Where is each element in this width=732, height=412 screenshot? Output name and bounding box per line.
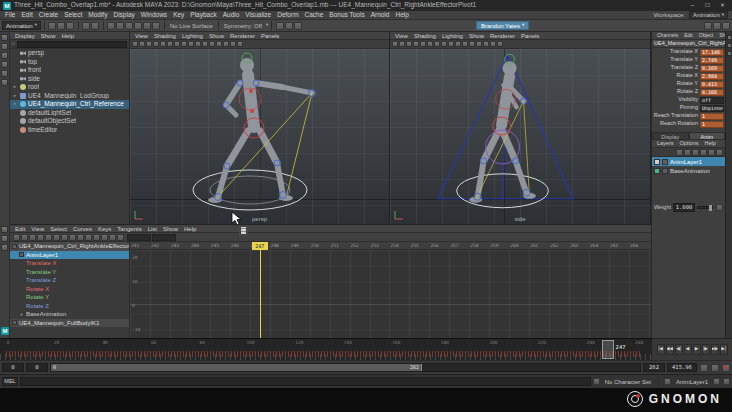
channel-value-field[interactable]: 0.413 [700, 81, 724, 88]
outliner-item-front[interactable]: front [10, 66, 129, 75]
time-slider[interactable]: 247 020406080100120140160180200220240260 [0, 338, 652, 360]
viewport-menu-panels[interactable]: Panels [258, 33, 282, 39]
viewport-menu-show[interactable]: Show [466, 33, 487, 39]
viewport-menu-show[interactable]: Show [206, 33, 227, 39]
expand-arrow-icon[interactable]: ▸ [12, 102, 18, 107]
viewport-menu-view[interactable]: View [132, 33, 151, 39]
weight-slider[interactable] [697, 206, 713, 209]
graph-stat-field[interactable] [127, 234, 151, 241]
channelbox-menu-channels[interactable]: Channels [654, 33, 681, 38]
animation-end-field[interactable]: 415.96 [667, 363, 697, 372]
character-set-status[interactable]: No Character Set [603, 379, 653, 385]
layer-mute-icon[interactable] [654, 159, 660, 165]
render-view-icon[interactable] [276, 22, 284, 30]
layer-menu-options[interactable]: Options [677, 141, 702, 147]
graph-toolbar-icon[interactable] [69, 234, 76, 241]
menu-edit[interactable]: Edit [18, 12, 35, 19]
weight-field[interactable]: 1.000 [673, 203, 695, 212]
channel-value-field[interactable]: 1 [700, 121, 724, 128]
time-slider-playhead[interactable] [602, 340, 614, 359]
menu-deform[interactable]: Deform [274, 12, 301, 19]
layer-editor-tab-anim[interactable]: Anim [689, 132, 726, 140]
layer-menu-help[interactable]: Help [701, 141, 718, 147]
channelbox-menu-edit[interactable]: Edit [681, 33, 696, 38]
graph-playhead-flag[interactable]: 247 [252, 242, 268, 250]
panel-tab-icon[interactable] [1, 235, 8, 242]
viewport-toolbar-icon[interactable] [132, 41, 138, 47]
outliner-menu-display[interactable]: Display [12, 33, 38, 39]
ipr-render-icon[interactable] [285, 22, 293, 30]
expand-arrow-icon[interactable]: ▸ [12, 94, 18, 99]
graph-toolbar-icon[interactable] [45, 234, 52, 241]
channel-value-field[interactable]: off [700, 97, 724, 104]
channel-value-field[interactable]: Unpinned [700, 105, 724, 112]
menu-set-dropdown[interactable]: Animation ▾ [2, 21, 41, 30]
graph-toolbar-icon[interactable] [13, 234, 20, 241]
help-line-toggle-icon[interactable] [723, 378, 730, 385]
layer-toolbar-icon[interactable] [684, 149, 691, 156]
outliner-item-ue4-mannequin-ctrl-reference[interactable]: ▸UE4_Mannequin_Ctrl_Reference [10, 100, 129, 109]
channel-value-field[interactable]: 2.984 [700, 73, 724, 80]
channel-value-field[interactable]: 17.146 [700, 49, 724, 56]
viewport-toolbar-icon[interactable] [195, 41, 201, 47]
select-tool-icon[interactable] [1, 34, 8, 41]
graph-toolbar-icon[interactable] [37, 234, 44, 241]
graph-tree-rotate-x[interactable]: Rotate X [10, 285, 129, 294]
viewport-menu-shading[interactable]: Shading [151, 33, 179, 39]
viewport-canvas-persp[interactable]: persp [130, 49, 389, 224]
go-to-end-button[interactable]: ▶| [720, 344, 728, 355]
workspace-dropdown[interactable]: Animation ▾ [689, 11, 728, 19]
menu-audio[interactable]: Audio [220, 12, 243, 19]
menu-help[interactable]: Help [392, 12, 411, 19]
viewport-toolbar-icon[interactable] [483, 41, 489, 47]
tool-settings-tab-icon[interactable] [727, 43, 732, 48]
graph-menu-help[interactable]: Help [181, 226, 199, 232]
layer-toolbar-icon[interactable] [708, 149, 715, 156]
viewport-menu-view[interactable]: View [392, 33, 411, 39]
paint-select-tool-icon[interactable] [1, 52, 8, 59]
graph-editor-curve-view[interactable]: 2412422432442452462472482492502512522532… [130, 242, 651, 338]
viewport-toolbar-icon[interactable] [448, 41, 454, 47]
graph-toolbar-icon[interactable] [21, 234, 28, 241]
channel-value-field[interactable]: 0.269 [700, 65, 724, 72]
viewport-toolbar-icon[interactable] [413, 41, 419, 47]
new-scene-icon[interactable] [48, 22, 56, 30]
step-forward-frame-button[interactable]: |▶ [702, 344, 710, 355]
graph-playhead[interactable] [260, 250, 261, 338]
viewport-toolbar-icon[interactable] [181, 41, 187, 47]
viewport-toolbar-icon[interactable] [406, 41, 412, 47]
menu-bonus-tools[interactable]: Bonus Tools [326, 12, 367, 19]
viewport-toolbar-icon[interactable] [427, 41, 433, 47]
graph-menu-show[interactable]: Show [160, 226, 181, 232]
auto-keyframe-toggle-icon[interactable] [722, 364, 730, 372]
graph-menu-view[interactable]: View [28, 226, 47, 232]
graph-menu-tangents[interactable]: Tangents [114, 226, 144, 232]
viewport-toolbar-icon[interactable] [174, 41, 180, 47]
outliner-item-defaultlightset[interactable]: defaultLightSet [10, 109, 129, 118]
lasso-tool-icon[interactable] [1, 43, 8, 50]
graph-frame-ruler[interactable]: 2412422432442452462472482492502512522532… [130, 242, 651, 250]
user-dropdown[interactable]: Brandon Yates ▾ [476, 21, 529, 30]
graph-tree-animlayer1[interactable]: AnimLayer1 [10, 251, 129, 260]
viewport-menu-renderer[interactable]: Renderer [227, 33, 258, 39]
channel-box-toggle-icon[interactable] [722, 22, 730, 30]
current-anim-layer-label[interactable]: AnimLayer1 [674, 379, 710, 385]
graph-tree-ue4-mannequin-ctrl-rightankleeffectorpivot1[interactable]: UE4_Mannequin_Ctrl_RightAnkleEffectorPiv… [10, 242, 129, 251]
render-settings-icon[interactable] [294, 22, 302, 30]
channel-value-field[interactable]: 4.166 [700, 89, 724, 96]
attribute-editor-toggle-icon[interactable] [704, 22, 712, 30]
playback-start-field[interactable]: 0 [26, 363, 48, 372]
graph-toolbar-icon[interactable] [117, 234, 124, 241]
graph-tree-rotate-y[interactable]: Rotate Y [10, 293, 129, 302]
channel-value-field[interactable]: 2.749 [700, 57, 724, 64]
graph-toolbar-icon[interactable] [109, 234, 116, 241]
viewport-toolbar-icon[interactable] [230, 41, 236, 47]
character-set-menu-icon[interactable] [700, 364, 708, 372]
command-language-toggle[interactable]: MEL [2, 377, 18, 386]
play-backwards-button[interactable]: ◀ [684, 344, 692, 355]
grid-toggle-icon[interactable] [713, 378, 720, 385]
step-back-key-button[interactable]: ◀◀ [666, 344, 674, 355]
anim-layer-menu-icon[interactable] [711, 364, 719, 372]
play-forwards-button[interactable]: ▶ [693, 344, 701, 355]
undo-icon[interactable] [82, 22, 90, 30]
